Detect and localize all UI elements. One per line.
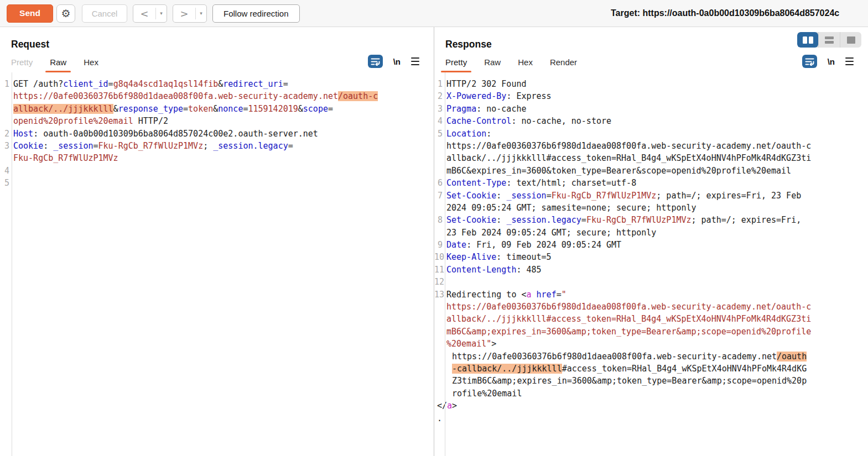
word-wrap-icon[interactable]: [368, 55, 383, 68]
code-line: 8Set-Cookie: _session.legacy=Fku-RgCb_R7…: [434, 214, 868, 226]
line-number: [0, 115, 9, 127]
send-button[interactable]: Send: [7, 4, 53, 23]
next-request-button[interactable]: >: [173, 5, 195, 22]
tab-raw[interactable]: Raw: [484, 57, 501, 72]
line-number: 2: [0, 128, 9, 140]
response-tabs: PrettyRawHexRender \n: [434, 53, 868, 72]
code-line: rofile%20email: [434, 387, 868, 400]
next-request-dropdown[interactable]: ▾: [196, 5, 206, 22]
follow-redirection-button[interactable]: Follow redirection: [212, 4, 300, 23]
response-viewer[interactable]: 1HTTP/2 302 Found2X-Powered-By: Express3…: [434, 72, 868, 456]
code-line: mB6C&expires_in=3600&token_type=Bearer&s…: [434, 165, 868, 177]
code-line: 2X-Powered-By: Express: [434, 90, 868, 102]
code-line: allback/../jjjkkklll&response_type=token…: [0, 103, 434, 115]
next-request-button-group: > ▾: [173, 4, 207, 23]
code-line: https://0afe00360376b6f980d1daea008f00fa…: [0, 90, 434, 102]
line-number: 4: [0, 165, 9, 177]
settings-button[interactable]: ⚙: [56, 4, 75, 23]
cancel-button[interactable]: Cancel: [82, 4, 127, 23]
request-panel-title: Request: [11, 38, 434, 50]
tab-hex[interactable]: Hex: [84, 57, 98, 72]
layout-toggle: [797, 32, 861, 48]
code-line: 4Cache-Control: no-cache, no-store: [434, 115, 868, 127]
tab-hex[interactable]: Hex: [518, 57, 533, 72]
tab-raw[interactable]: Raw: [50, 57, 66, 72]
line-number: 2: [434, 90, 443, 102]
prev-request-dropdown[interactable]: ▾: [156, 5, 167, 22]
line-number: [0, 103, 9, 115]
code-line: 13Redirecting to <a href=": [434, 289, 868, 301]
line-number: 7: [434, 190, 443, 202]
code-line: allback/../jjjkkklll#access_token=RHal_B…: [434, 313, 868, 325]
code-line: 2Host: oauth-0a0b00d10309b6ba8064d857024…: [0, 128, 434, 140]
request-tabs: PrettyRawHex \n: [0, 53, 434, 72]
code-line: 7Set-Cookie: _session=Fku-RgCb_R7fWlUzP1…: [434, 190, 868, 202]
code-line: 2024 09:05:24 GMT; samesite=none; secure…: [434, 202, 868, 214]
line-number: [434, 313, 443, 325]
line-number: [434, 375, 443, 387]
response-viewer-icons: \n: [802, 55, 854, 72]
code-line: 1HTTP/2 302 Found: [434, 78, 868, 90]
code-line: allback/../jjjkkklll#access_token=RHal_B…: [434, 152, 868, 164]
code-line: 10Keep-Alive: timeout=5: [434, 251, 868, 263]
line-number: [434, 363, 443, 375]
tab-pretty[interactable]: Pretty: [11, 57, 33, 72]
code-line: 1GET /auth?client_id=g8q4a4scd1aq1qsl14f…: [0, 78, 434, 90]
request-editor-icons: \n: [368, 55, 419, 72]
line-number: [434, 140, 443, 152]
code-line: 5: [0, 177, 434, 189]
line-number: 1: [0, 78, 9, 90]
newline-toggle-icon[interactable]: \n: [828, 57, 835, 66]
line-number: 5: [0, 177, 9, 189]
chevron-down-icon: ▾: [160, 11, 163, 16]
tab-render[interactable]: Render: [550, 57, 577, 72]
line-number: 8: [434, 214, 443, 226]
line-number: 3: [434, 103, 443, 115]
line-number: [434, 326, 443, 338]
response-panel: Response PrettyRawHexRender \n 1HTTP/2 3…: [434, 27, 868, 456]
line-number: [434, 350, 443, 363]
code-line: mB6C&amp;expires_in=3600&amp;token_type=…: [434, 326, 868, 338]
chevron-down-icon: ▾: [200, 11, 202, 16]
line-number: [434, 202, 443, 214]
repeater-panels: Request PrettyRawHex \n 1GET /auth?clien…: [0, 27, 868, 456]
viewer-menu-icon[interactable]: [845, 57, 854, 65]
line-number: [434, 152, 443, 164]
layout-columns-button[interactable]: [797, 32, 818, 48]
line-number: [0, 152, 9, 164]
line-number: 9: [434, 239, 443, 251]
code-line: openid%20profile%20email HTTP/2: [0, 115, 434, 127]
code-line: 5Location:: [434, 128, 868, 140]
line-number: [0, 90, 9, 102]
editor-menu-icon[interactable]: [411, 57, 419, 65]
newline-toggle-icon[interactable]: \n: [393, 57, 401, 66]
line-number: 11: [434, 264, 443, 276]
line-number: [434, 301, 443, 313]
repeater-toolbar: Send ⚙ Cancel < ▾ > ▾ Follow redirection…: [0, 0, 868, 27]
line-number: 6: [434, 177, 443, 189]
code-line: Fku-RgCb_R7fWlUzP1MVz: [0, 152, 434, 164]
line-number: [434, 387, 443, 400]
word-wrap-icon[interactable]: [802, 55, 817, 68]
code-line: %20email">: [434, 338, 868, 350]
line-number: [434, 165, 443, 177]
code-line: 12: [434, 276, 868, 288]
code-line: 23 Feb 2024 09:05:24 GMT; secure; httpon…: [434, 227, 868, 239]
layout-single-button[interactable]: [840, 32, 861, 48]
line-number: 12: [434, 276, 443, 288]
gear-icon: ⚙: [61, 7, 70, 20]
code-line: 11Content-Length: 485: [434, 264, 868, 276]
line-number: [434, 227, 443, 239]
line-number: 10: [434, 251, 443, 263]
code-line: Z3timB6C&amp;expires_in=3600&amp;token_t…: [434, 375, 868, 387]
request-panel: Request PrettyRawHex \n 1GET /auth?clien…: [0, 27, 434, 456]
request-editor[interactable]: 1GET /auth?client_id=g8q4a4scd1aq1qsl14f…: [0, 72, 434, 456]
code-line: https://0afe00360376b6f980d1daea008f00fa…: [434, 140, 868, 152]
code-line: .: [434, 412, 868, 424]
tab-pretty[interactable]: Pretty: [445, 57, 467, 72]
prev-request-button[interactable]: <: [133, 5, 155, 22]
line-number: [434, 338, 443, 350]
code-line: -callback/../jjjkkklll#access_token=RHal…: [434, 363, 868, 375]
layout-rows-button[interactable]: [818, 32, 840, 48]
line-number: 1: [434, 78, 443, 90]
